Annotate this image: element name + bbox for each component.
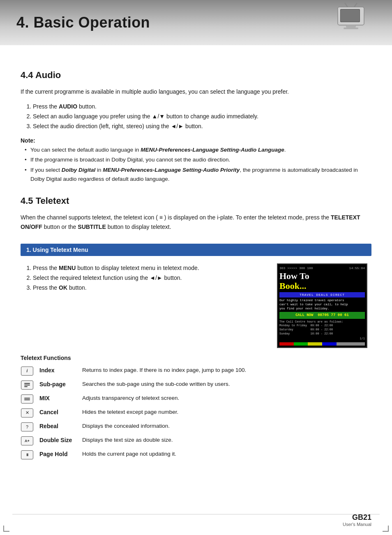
teletext-title: 4.5 Teletext [21,196,371,206]
teletext-step-2: Select the required teletext function us… [33,273,265,283]
tscreen-subtitle: TRAVEL DEALS DIRECT [279,292,365,297]
page-number: GB21 [343,513,371,522]
func-icon-double: A+ [21,436,34,446]
audio-step-2: Select an audio language you prefer usin… [33,112,371,122]
func-icon-index: i [21,366,34,376]
corner-mark-br [383,526,389,532]
func-desc-index: Returns to index page. If there is no in… [82,366,246,374]
audio-notes: Note: You can select the default audio l… [21,137,371,183]
corner-mark-bl [3,526,9,532]
tscreen-title: How To Book... [279,271,365,291]
tscreen-body: Our highly trained travel operatorscan't… [279,298,365,311]
teletext-steps-list: Press the MENU button to display teletex… [33,263,265,293]
func-desc-mix: Adjusts transparency of teletext screen. [82,394,179,402]
page-header: 4. Basic Operation [0,0,392,45]
func-desc-cancel: Hides the teletext except page number. [82,408,178,416]
subpage-icon [21,380,33,390]
func-name-double: Double Size [39,436,76,443]
main-content: 4.4 Audio If the current programme is av… [0,49,392,476]
index-icon: i [21,367,33,376]
teletext-left: Press the MENU button to display teletex… [21,263,265,348]
func-icon-rebeal: ? [21,422,34,432]
teletext-section: 4.5 Teletext When the channel supports t… [21,196,371,459]
pagehold-icon: ⏸ [21,450,33,459]
functions-title: Teletext Functions [21,355,371,361]
func-desc-double: Displays the text size as double size. [82,436,173,444]
func-icon-cancel: ✕ [21,408,34,418]
tscreen-time: 14:55:04 [349,266,365,270]
func-name-pagehold: Page Hold [39,450,76,457]
functions-grid: i Index Returns to index page. If there … [21,366,371,460]
func-name-index: Index [39,366,76,374]
func-name-rebeal: Rebeal [39,422,76,429]
function-rebeal: ? Rebeal Displays the concealed informat… [21,422,371,432]
tscreen-color-bar [279,342,365,346]
bottom-rule [12,514,380,514]
note-item-1: You can select the default audio languag… [25,145,371,155]
svg-rect-5 [346,25,356,28]
svg-rect-4 [341,9,360,22]
note-item-2: If the programme is broadcast in Dolby D… [25,155,371,164]
audio-step-3: Select the audio direction (left, right,… [33,122,371,131]
function-double: A+ Double Size Displays the text size as… [21,436,371,446]
teletext-step-3: Press the OK button. [33,283,265,293]
function-subpage: Sub-page Searches the sub-page using the… [21,380,371,390]
page-label: User's Manual [343,522,371,527]
teletext-screen-container: 303 >>>>> 300 100 14:55:04 How To Book..… [277,263,371,348]
note-label: Note: [21,137,371,144]
func-icon-subpage [21,380,34,390]
tscreen-top: 303 >>>>> 300 100 14:55:04 [279,266,365,270]
teletext-menu-label: 1. Using Teletext Menu [26,247,88,253]
rebeal-icon: ? [21,422,33,431]
note-item-3: If you select Dolby Digital in MENU-Pref… [25,166,371,183]
page-footer: GB21 User's Manual [343,513,371,527]
svg-line-1 [354,3,357,7]
audio-steps-list: Press the AUDIO button. Select an audio … [33,102,371,131]
func-desc-subpage: Searches the sub-page using the sub-code… [82,380,230,388]
func-icon-pagehold: ⏸ [21,450,34,460]
function-pagehold: ⏸ Page Hold Holds the current page not u… [21,450,371,460]
audio-step-1: Press the AUDIO button. [33,102,371,112]
page-title: 4. Basic Operation [16,14,150,31]
tscreen-page-info: 303 >>>>> 300 100 [279,266,313,270]
teletext-screen: 303 >>>>> 300 100 14:55:04 How To Book..… [277,263,367,348]
func-desc-rebeal: Displays the concealed information. [82,422,170,430]
cancel-icon: ✕ [21,408,33,417]
tv-icon [334,2,367,33]
function-index: i Index Returns to index page. If there … [21,366,371,376]
func-name-mix: MIX [39,394,76,401]
audio-section: 4.4 Audio If the current programme is av… [21,70,371,183]
function-mix: MIX Adjusts transparency of teletext scr… [21,394,371,404]
mix-icon [21,394,33,404]
func-desc-pagehold: Holds the current page not updating it. [82,450,176,458]
teletext-content-row: Press the MENU button to display teletex… [21,263,371,348]
tscreen-callnow: CALL NOW 08705 77 00 61 [279,312,365,319]
teletext-step-1: Press the MENU button to display teletex… [33,263,265,273]
teletext-intro: When the channel supports teletext, the … [21,213,371,231]
tscreen-footer: 1/1 [279,337,365,341]
func-name-cancel: Cancel [39,408,76,415]
tscreen-hours: The Call Centre hours are as follows: Mo… [279,320,365,336]
note-list: You can select the default audio languag… [21,145,371,183]
audio-intro: If the current programme is available in… [21,87,371,96]
function-cancel: ✕ Cancel Hides the teletext except page … [21,408,371,418]
audio-title: 4.4 Audio [21,70,371,81]
teletext-menu-box: 1. Using Teletext Menu [21,244,371,256]
double-icon: A+ [21,436,33,445]
svg-rect-6 [344,28,358,29]
func-icon-mix [21,394,34,404]
func-name-subpage: Sub-page [39,380,76,387]
svg-line-0 [345,3,348,7]
